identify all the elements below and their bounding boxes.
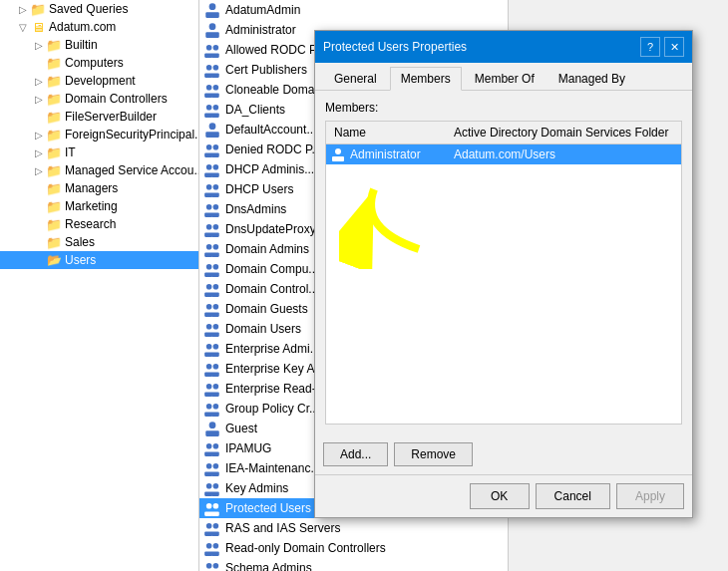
cancel-button[interactable]: Cancel [536, 483, 610, 509]
help-button[interactable]: ? [640, 37, 660, 57]
dialog-body: Members: Name Active Directory Domain Se… [315, 91, 692, 434]
tab-general[interactable]: General [323, 67, 388, 90]
close-button[interactable]: ✕ [664, 37, 684, 57]
svg-point-108 [335, 148, 341, 154]
members-label: Members: [325, 101, 682, 115]
members-table: Name Active Directory Domain Services Fo… [325, 121, 682, 425]
properties-dialog: Protected Users Properties ? ✕ General M… [314, 30, 693, 518]
member-row[interactable]: Administrator Adatum.com/Users [326, 144, 681, 164]
header-folder: Active Directory Domain Services Folder [450, 124, 677, 142]
tab-managed-by[interactable]: Managed By [547, 67, 636, 90]
dialog-member-actions: Add... Remove [315, 434, 692, 474]
dialog-controls: ? ✕ [640, 37, 684, 57]
tab-member-of[interactable]: Member Of [464, 67, 546, 90]
member-name: Administrator [350, 147, 454, 161]
members-table-header: Name Active Directory Domain Services Fo… [326, 122, 681, 144]
dialog-titlebar: Protected Users Properties ? ✕ [315, 31, 692, 63]
add-button[interactable]: Add... [323, 442, 388, 466]
dialog-footer: OK Cancel Apply [315, 474, 692, 517]
apply-button[interactable]: Apply [616, 483, 684, 509]
header-name: Name [330, 124, 450, 142]
tab-members[interactable]: Members [390, 67, 462, 91]
svg-rect-109 [332, 156, 344, 161]
dialog-tabs: General Members Member Of Managed By [315, 63, 692, 91]
ok-button[interactable]: OK [470, 483, 530, 509]
modal-overlay: Protected Users Properties ? ✕ General M… [0, 0, 728, 571]
dialog-title: Protected Users Properties [323, 40, 467, 54]
member-folder: Adatum.com/Users [454, 147, 677, 161]
remove-button[interactable]: Remove [394, 442, 473, 466]
user-icon [330, 146, 346, 162]
